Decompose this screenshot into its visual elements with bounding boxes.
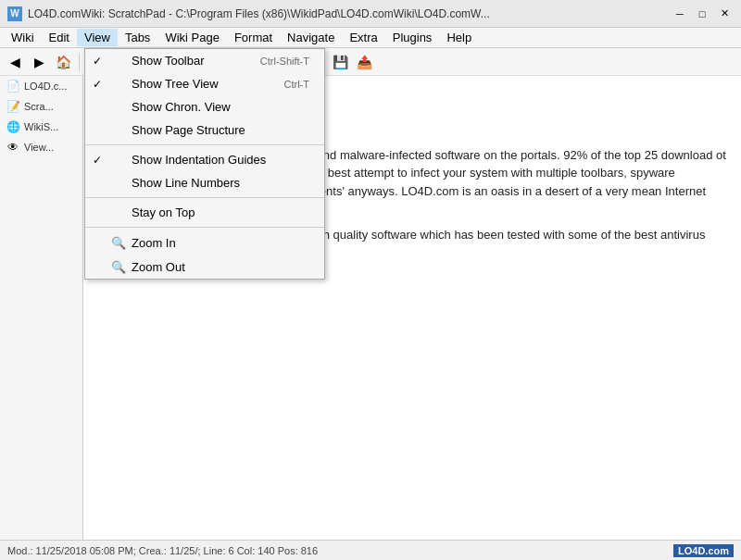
dropdown-item-label: Show Page Structure [132, 123, 309, 137]
dropdown-item-zoom-in[interactable]: 🔍Zoom In [85, 230, 324, 255]
dropdown-shortcut: Ctrl-Shift-T [260, 56, 309, 67]
minimize-button[interactable]: ─ [671, 5, 689, 23]
scratch-icon: 📝 [6, 99, 20, 114]
wiki-icon: 🌐 [6, 119, 20, 134]
check-mark: ✓ [93, 154, 106, 167]
dropdown-item-label: Zoom Out [132, 260, 309, 274]
title-bar: W LO4D.comWiki: ScratchPad - C:\Program … [0, 0, 741, 28]
dropdown-item-label: Stay on Top [132, 205, 309, 219]
menu-item-tabs[interactable]: Tabs [118, 29, 157, 46]
dropdown-item-stay-on-top[interactable]: Stay on Top [85, 201, 324, 224]
lo4d-logo: LO4D.com [673, 544, 734, 557]
toolbar-separator-1 [79, 53, 80, 71]
dropdown-item-show-chron.-view[interactable]: Show Chron. View [85, 95, 324, 118]
menu-bar: WikiEditViewTabsWiki PageFormatNavigateE… [0, 28, 741, 48]
dropdown-item-show-tree-view[interactable]: ✓Show Tree ViewCtrl-T [85, 72, 324, 95]
maximize-button[interactable]: □ [693, 5, 711, 23]
dropdown-item-show-toolbar[interactable]: ✓Show ToolbarCtrl-Shift-T [85, 49, 324, 72]
sidebar-label-lo4d: LO4D.c... [24, 81, 67, 92]
dropdown-item-label: Show Line Numbers [132, 176, 309, 190]
menu-item-navigate[interactable]: Navigate [280, 29, 342, 46]
status-right: LO4D.com [673, 544, 734, 557]
view-dropdown-menu: ✓Show ToolbarCtrl-Shift-T✓Show Tree View… [84, 48, 325, 280]
sidebar-label-wikis: WikiS... [24, 121, 58, 132]
menu-item-extra[interactable]: Extra [342, 29, 384, 46]
title-text: LO4D.comWiki: ScratchPad - C:\Program Fi… [28, 7, 671, 20]
menu-item-edit[interactable]: Edit [42, 29, 77, 46]
dropdown-item-show-indentation-guides[interactable]: ✓Show Indentation Guides [85, 148, 324, 171]
menu-item-wiki[interactable]: Wiki [4, 29, 42, 46]
menu-item-help[interactable]: Help [439, 29, 479, 46]
dropdown-item-label: Zoom In [132, 236, 309, 250]
sidebar-label-scratch: Scra... [24, 101, 54, 112]
check-mark: ✓ [93, 78, 106, 91]
dropdown-item-label: Show Chron. View [132, 100, 309, 114]
dropdown-item-label: Show Indentation Guides [132, 153, 309, 167]
menu-item-format[interactable]: Format [227, 29, 280, 46]
back-button[interactable]: ◀ [4, 51, 26, 73]
menu-item-view[interactable]: View [77, 29, 118, 46]
menu-item-plugins[interactable]: Plugins [385, 29, 440, 46]
sidebar-item-wikis[interactable]: 🌐 WikiS... [0, 117, 82, 137]
status-bar: Mod.: 11/25/2018 05:08 PM; Crea.: 11/25/… [0, 540, 741, 560]
view-icon: 👁 [6, 140, 20, 155]
save-button[interactable]: 💾 [329, 51, 351, 73]
zoom-out-icon: 🔍 [111, 259, 126, 274]
dropdown-separator-4 [85, 144, 324, 145]
export-button[interactable]: 📤 [353, 51, 375, 73]
sidebar-item-view[interactable]: 👁 View... [0, 137, 82, 157]
sidebar-item-scratch[interactable]: 📝 Scra... [0, 96, 82, 117]
zoom-in-icon: 🔍 [111, 235, 126, 250]
page-icon: 📄 [6, 79, 20, 93]
dropdown-item-show-page-structure[interactable]: Show Page Structure [85, 118, 324, 142]
dropdown-separator-7 [85, 197, 324, 198]
sidebar-label-view: View... [24, 142, 54, 153]
home-button[interactable]: 🏠 [52, 51, 74, 73]
dropdown-item-label: Show Toolbar [132, 54, 255, 68]
check-mark: ✓ [93, 55, 106, 68]
close-button[interactable]: ✕ [715, 5, 734, 23]
sidebar-item-lo4d[interactable]: 📄 LO4D.c... [0, 76, 82, 96]
app-icon: W [7, 6, 22, 21]
dropdown-item-zoom-out[interactable]: 🔍Zoom Out [85, 255, 324, 279]
sidebar: 📄 LO4D.c... 📝 Scra... 🌐 WikiS... 👁 View.… [0, 76, 83, 540]
window-controls: ─ □ ✕ [671, 5, 734, 23]
status-text: Mod.: 11/25/2018 05:08 PM; Crea.: 11/25/… [7, 545, 318, 556]
forward-button[interactable]: ▶ [28, 51, 50, 73]
dropdown-item-show-line-numbers[interactable]: Show Line Numbers [85, 171, 324, 194]
menu-item-wiki page[interactable]: Wiki Page [157, 29, 227, 46]
dropdown-shortcut: Ctrl-T [284, 79, 310, 90]
dropdown-separator-9 [85, 227, 324, 228]
dropdown-item-label: Show Tree View [132, 77, 279, 91]
